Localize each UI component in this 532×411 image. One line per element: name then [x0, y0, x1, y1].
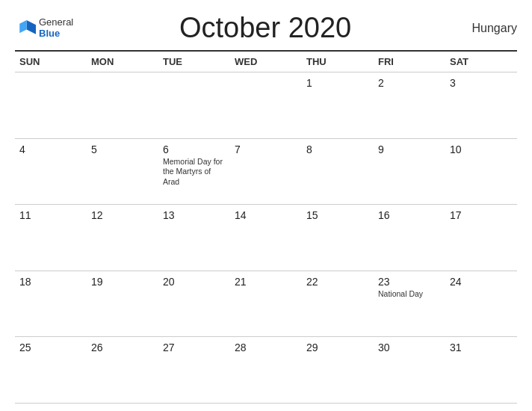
day-number: 10	[450, 143, 514, 155]
calendar-cell: 14	[230, 205, 302, 271]
country-name: Hungary	[457, 22, 517, 35]
day-number: 16	[378, 209, 442, 221]
calendar-cell: 5	[87, 138, 158, 205]
logo: General Blue	[15, 17, 73, 39]
calendar-cell: 11	[15, 205, 87, 271]
logo-icon	[15, 18, 36, 39]
calendar-cell: 30	[374, 337, 445, 404]
calendar-cell: 27	[158, 337, 230, 404]
day-number: 4	[19, 143, 84, 155]
calendar-cell: 10	[445, 138, 517, 205]
calendar-cell: 29	[302, 337, 374, 404]
day-number: 13	[163, 209, 227, 221]
day-number: 14	[235, 209, 299, 221]
day-of-week-header: SAT	[445, 51, 517, 72]
event-text: Memorial Day for the Martyrs of Arad	[163, 157, 227, 188]
day-number: 28	[235, 342, 299, 353]
day-number: 2	[378, 77, 442, 89]
day-number: 15	[306, 209, 371, 221]
day-of-week-header: FRI	[374, 51, 445, 72]
day-number: 21	[235, 276, 299, 288]
calendar-table: SUNMONTUEWEDTHUFRISAT 123456Memorial Day…	[15, 50, 517, 404]
calendar-cell: 31	[445, 337, 517, 404]
day-number: 3	[450, 77, 514, 89]
calendar-cell: 25	[15, 337, 87, 404]
calendar-cell: 13	[158, 205, 230, 271]
calendar-cell: 12	[87, 205, 158, 271]
day-number: 8	[306, 143, 371, 155]
calendar-cell: 22	[302, 271, 374, 337]
calendar-cell: 21	[230, 271, 302, 337]
logo-blue-text: Blue	[39, 28, 73, 39]
day-number: 26	[91, 342, 155, 353]
day-number: 30	[378, 342, 442, 353]
day-number: 1	[306, 77, 371, 89]
day-number: 7	[235, 143, 299, 155]
calendar-week-row: 11121314151617	[15, 205, 517, 271]
day-number: 12	[91, 209, 155, 221]
day-number: 17	[450, 209, 514, 221]
calendar-cell: 20	[158, 271, 230, 337]
calendar-cell: 26	[87, 337, 158, 404]
event-text: National Day	[378, 289, 442, 300]
day-number: 27	[163, 342, 227, 353]
day-number: 5	[91, 143, 155, 155]
calendar-cell: 16	[374, 205, 445, 271]
calendar-week-row: 181920212223National Day24	[15, 271, 517, 337]
calendar-cell: 15	[302, 205, 374, 271]
day-number: 25	[19, 342, 84, 353]
calendar-cell: 7	[230, 138, 302, 205]
day-number: 19	[91, 276, 155, 288]
calendar-cell: 18	[15, 271, 87, 337]
calendar-cell: 8	[302, 138, 374, 205]
days-of-week-row: SUNMONTUEWEDTHUFRISAT	[15, 51, 517, 72]
calendar-body: 123456Memorial Day for the Martyrs of Ar…	[15, 72, 517, 404]
day-number: 29	[306, 342, 371, 353]
day-of-week-header: THU	[302, 51, 374, 72]
calendar-thead: SUNMONTUEWEDTHUFRISAT	[15, 51, 517, 72]
day-number: 23	[378, 276, 442, 288]
calendar-cell: 24	[445, 271, 517, 337]
calendar-week-row: 123	[15, 72, 517, 139]
calendar-cell: 17	[445, 205, 517, 271]
day-number: 18	[19, 276, 84, 288]
day-number: 6	[163, 143, 227, 155]
calendar-cell: 9	[374, 138, 445, 205]
day-of-week-header: TUE	[158, 51, 230, 72]
calendar-week-row: 25262728293031	[15, 337, 517, 404]
svg-marker-1	[27, 20, 36, 34]
svg-marker-2	[19, 20, 26, 33]
day-number: 9	[378, 143, 442, 155]
calendar-week-row: 456Memorial Day for the Martyrs of Arad7…	[15, 138, 517, 205]
day-number: 24	[450, 276, 514, 288]
logo-general-text: General	[39, 17, 73, 28]
calendar-cell: 19	[87, 271, 158, 337]
calendar-cell: 4	[15, 138, 87, 205]
logo-text: General Blue	[39, 17, 73, 39]
day-number: 22	[306, 276, 371, 288]
calendar-cell: 3	[445, 72, 517, 139]
day-number: 11	[19, 209, 84, 221]
calendar-cell: 2	[374, 72, 445, 139]
day-number: 31	[450, 342, 514, 353]
day-of-week-header: MON	[87, 51, 158, 72]
day-of-week-header: SUN	[15, 51, 87, 72]
calendar-title: October 2020	[73, 12, 457, 44]
day-of-week-header: WED	[230, 51, 302, 72]
calendar-cell	[87, 72, 158, 139]
calendar-cell: 1	[302, 72, 374, 139]
calendar-cell: 23National Day	[374, 271, 445, 337]
calendar-cell	[230, 72, 302, 139]
calendar-cell: 6Memorial Day for the Martyrs of Arad	[158, 138, 230, 205]
day-number: 20	[163, 276, 227, 288]
calendar-cell	[158, 72, 230, 139]
calendar-wrapper: General Blue October 2020 Hungary SUNMON…	[0, 0, 532, 411]
calendar-cell	[15, 72, 87, 139]
calendar-header: General Blue October 2020 Hungary	[15, 12, 517, 44]
calendar-cell: 28	[230, 337, 302, 404]
